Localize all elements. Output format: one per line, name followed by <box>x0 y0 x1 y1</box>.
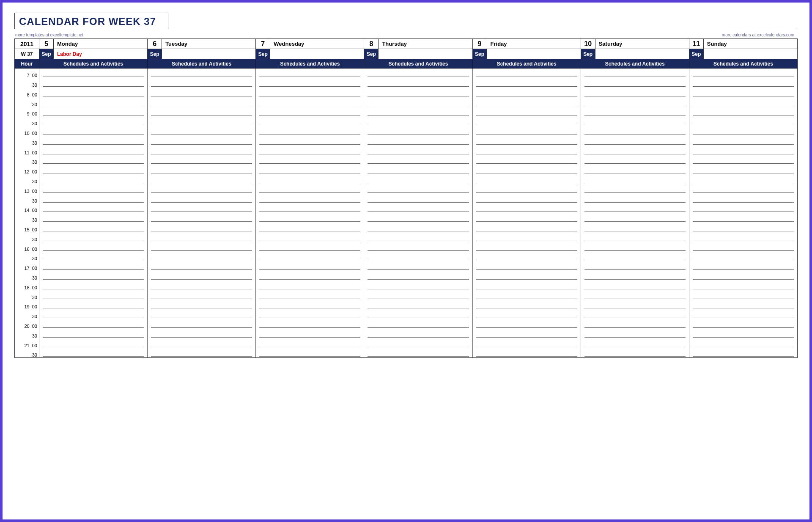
schedule-cell[interactable] <box>581 271 689 280</box>
schedule-cell[interactable] <box>148 300 256 310</box>
schedule-cell[interactable] <box>689 223 797 232</box>
schedule-cell[interactable] <box>39 116 148 126</box>
schedule-cell[interactable] <box>472 165 581 174</box>
schedule-cell[interactable] <box>472 88 581 97</box>
schedule-cell[interactable] <box>148 213 256 223</box>
schedule-cell[interactable] <box>364 223 472 232</box>
schedule-cell[interactable] <box>148 290 256 300</box>
schedule-cell[interactable] <box>581 329 689 338</box>
schedule-cell[interactable] <box>39 338 148 348</box>
schedule-cell[interactable] <box>581 252 689 261</box>
schedule-cell[interactable] <box>472 107 581 117</box>
schedule-cell[interactable] <box>39 78 148 88</box>
schedule-cell[interactable] <box>39 300 148 310</box>
schedule-cell[interactable] <box>689 107 797 117</box>
schedule-cell[interactable] <box>39 88 148 97</box>
schedule-cell[interactable] <box>256 280 364 290</box>
schedule-cell[interactable] <box>256 203 364 213</box>
schedule-cell[interactable] <box>581 165 689 174</box>
schedule-cell[interactable] <box>472 146 581 155</box>
schedule-cell[interactable] <box>39 69 148 78</box>
schedule-cell[interactable] <box>364 280 472 290</box>
schedule-cell[interactable] <box>364 174 472 184</box>
schedule-cell[interactable] <box>256 223 364 232</box>
schedule-cell[interactable] <box>256 174 364 184</box>
schedule-cell[interactable] <box>472 232 581 242</box>
schedule-cell[interactable] <box>581 97 689 107</box>
schedule-cell[interactable] <box>364 194 472 203</box>
schedule-cell[interactable] <box>148 261 256 271</box>
schedule-cell[interactable] <box>39 319 148 329</box>
schedule-cell[interactable] <box>364 155 472 165</box>
schedule-cell[interactable] <box>581 146 689 155</box>
schedule-cell[interactable] <box>689 319 797 329</box>
schedule-cell[interactable] <box>256 261 364 271</box>
schedule-cell[interactable] <box>364 146 472 155</box>
schedule-cell[interactable] <box>581 300 689 310</box>
schedule-cell[interactable] <box>472 116 581 126</box>
schedule-cell[interactable] <box>581 261 689 271</box>
schedule-cell[interactable] <box>472 69 581 78</box>
schedule-cell[interactable] <box>581 126 689 136</box>
schedule-cell[interactable] <box>581 223 689 232</box>
schedule-cell[interactable] <box>581 232 689 242</box>
schedule-cell[interactable] <box>148 107 256 117</box>
schedule-cell[interactable] <box>581 174 689 184</box>
schedule-cell[interactable] <box>364 88 472 97</box>
schedule-cell[interactable] <box>581 348 689 358</box>
schedule-cell[interactable] <box>364 242 472 252</box>
schedule-cell[interactable] <box>39 165 148 174</box>
schedule-cell[interactable] <box>581 184 689 194</box>
schedule-cell[interactable] <box>256 348 364 358</box>
schedule-cell[interactable] <box>256 88 364 97</box>
schedule-cell[interactable] <box>689 348 797 358</box>
schedule-cell[interactable] <box>39 184 148 194</box>
schedule-cell[interactable] <box>581 290 689 300</box>
schedule-cell[interactable] <box>472 309 581 319</box>
schedule-cell[interactable] <box>472 203 581 213</box>
schedule-cell[interactable] <box>256 338 364 348</box>
schedule-cell[interactable] <box>39 213 148 223</box>
schedule-cell[interactable] <box>148 232 256 242</box>
schedule-cell[interactable] <box>39 280 148 290</box>
schedule-cell[interactable] <box>39 242 148 252</box>
schedule-cell[interactable] <box>472 261 581 271</box>
schedule-cell[interactable] <box>256 290 364 300</box>
schedule-cell[interactable] <box>256 213 364 223</box>
schedule-cell[interactable] <box>689 290 797 300</box>
schedule-cell[interactable] <box>472 348 581 358</box>
schedule-cell[interactable] <box>581 309 689 319</box>
schedule-cell[interactable] <box>472 329 581 338</box>
schedule-cell[interactable] <box>581 88 689 97</box>
schedule-cell[interactable] <box>148 280 256 290</box>
schedule-cell[interactable] <box>148 319 256 329</box>
schedule-cell[interactable] <box>581 338 689 348</box>
schedule-cell[interactable] <box>256 232 364 242</box>
schedule-cell[interactable] <box>689 252 797 261</box>
schedule-cell[interactable] <box>689 300 797 310</box>
schedule-cell[interactable] <box>364 232 472 242</box>
schedule-cell[interactable] <box>39 194 148 203</box>
schedule-cell[interactable] <box>689 174 797 184</box>
schedule-cell[interactable] <box>148 252 256 261</box>
schedule-cell[interactable] <box>256 242 364 252</box>
schedule-cell[interactable] <box>256 97 364 107</box>
schedule-cell[interactable] <box>581 213 689 223</box>
schedule-cell[interactable] <box>689 309 797 319</box>
schedule-cell[interactable] <box>689 213 797 223</box>
schedule-cell[interactable] <box>39 261 148 271</box>
schedule-cell[interactable] <box>581 136 689 146</box>
schedule-cell[interactable] <box>581 203 689 213</box>
schedule-cell[interactable] <box>689 261 797 271</box>
schedule-cell[interactable] <box>148 155 256 165</box>
schedule-cell[interactable] <box>256 116 364 126</box>
schedule-cell[interactable] <box>689 271 797 280</box>
schedule-cell[interactable] <box>364 309 472 319</box>
schedule-cell[interactable] <box>472 242 581 252</box>
schedule-cell[interactable] <box>472 300 581 310</box>
schedule-cell[interactable] <box>472 126 581 136</box>
schedule-cell[interactable] <box>689 165 797 174</box>
schedule-cell[interactable] <box>364 69 472 78</box>
schedule-cell[interactable] <box>39 155 148 165</box>
schedule-cell[interactable] <box>472 155 581 165</box>
